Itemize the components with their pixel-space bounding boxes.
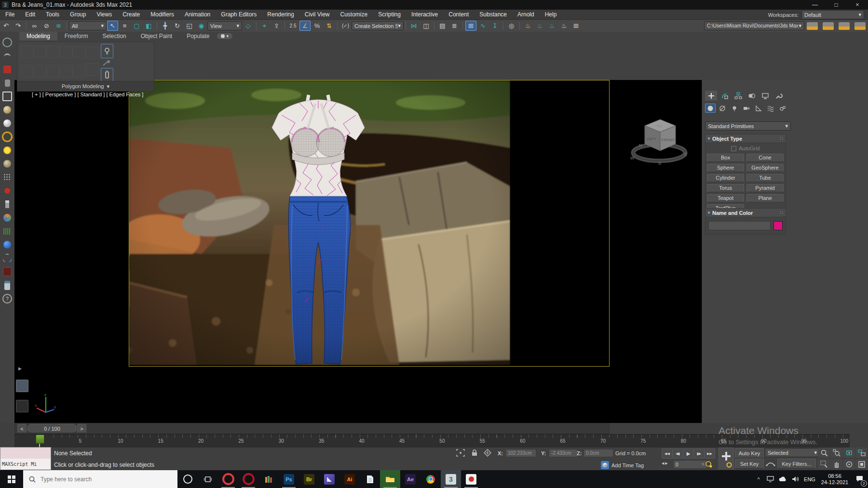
key-mode-toggle-icon[interactable]	[705, 461, 713, 470]
after-effects-icon[interactable]: Ae	[400, 470, 420, 488]
default-in-out-tangent-icon[interactable]	[766, 460, 775, 469]
track-bar-frame-thumb[interactable]	[36, 435, 44, 444]
color-dots-icon[interactable]	[2, 253, 13, 264]
red-material-icon[interactable]	[2, 64, 13, 75]
use-pivot-center-icon[interactable]: ◇	[243, 21, 254, 31]
multicolor-sphere-icon[interactable]	[2, 212, 13, 223]
task-view-button[interactable]	[198, 470, 218, 488]
keyboard-shortcut-override-icon[interactable]: ⇧	[271, 21, 282, 31]
pan-icon[interactable]	[830, 459, 842, 469]
go-to-start-button[interactable]: ◀◀	[662, 448, 673, 459]
menu-scripting[interactable]: Scripting	[373, 10, 406, 19]
blue-sphere-icon[interactable]	[2, 239, 13, 250]
tab-modeling[interactable]: Modeling	[19, 32, 57, 40]
file-explorer-icon[interactable]	[380, 470, 400, 488]
x-coordinate-field[interactable]: 102.233cm	[505, 449, 536, 457]
utilities-tab-icon[interactable]	[773, 91, 785, 101]
menu-help[interactable]: Help	[540, 10, 562, 19]
undo-icon[interactable]: ↶	[0, 21, 12, 31]
3ds-max-icon[interactable]: 3	[441, 470, 461, 488]
perspective-viewport[interactable]: [ + ] [ Perspective ] [ Standard ] [ Edg…	[14, 80, 702, 424]
edit-named-selection-sets-icon[interactable]: {✓}	[340, 21, 351, 31]
orbit-icon[interactable]	[843, 459, 855, 469]
border-mode-button[interactable]	[46, 46, 59, 58]
screen-recorder-icon[interactable]	[461, 470, 481, 488]
clipboard-icon[interactable]	[2, 280, 13, 290]
select-and-manipulate-icon[interactable]: ⌖	[259, 21, 270, 31]
set-key-button[interactable]: Set Key	[735, 459, 764, 469]
curve-editor-icon[interactable]: ∿	[477, 21, 488, 31]
lights-subtab-icon[interactable]	[729, 104, 740, 113]
y-coordinate-field[interactable]: -2.433cm	[549, 449, 578, 457]
select-and-rotate-icon[interactable]: ↻	[172, 21, 183, 31]
selection-filter-dropdown[interactable]: All ▾	[69, 21, 107, 30]
menu-substance[interactable]: Substance	[474, 10, 512, 19]
menu-interactive[interactable]: Interactive	[406, 10, 443, 19]
z-coordinate-field[interactable]: 0.0cm	[583, 449, 613, 457]
menu-views[interactable]: Views	[91, 10, 117, 19]
viewcube[interactable]: N E S W LEFT FRONT TOP	[629, 111, 692, 167]
reference-coordinate-dropdown[interactable]: View ▾	[207, 21, 242, 30]
display-tab-icon[interactable]	[759, 91, 771, 101]
edge-mode-button[interactable]	[33, 46, 46, 58]
viewport-layout-tab-1[interactable]	[16, 380, 28, 392]
key-mode-dropdown[interactable]: Selected ▾	[765, 448, 820, 457]
tab-object-paint[interactable]: Object Paint	[134, 32, 179, 40]
menu-tools[interactable]: Tools	[41, 10, 65, 19]
gold-ring-icon[interactable]	[2, 132, 13, 142]
hierarchy-tab-icon[interactable]	[732, 91, 744, 101]
polygon-modeling-footer[interactable]: Polygon Modeling ▾	[17, 81, 154, 92]
menu-graph-editors[interactable]: Graph Editors	[216, 10, 262, 19]
macro-recorder-field[interactable]	[0, 448, 51, 459]
viewcube-top-face[interactable]: TOP	[656, 125, 662, 128]
polygon-mode-button[interactable]	[59, 46, 72, 58]
object-type-rollout-header[interactable]: ▾ Object Type ∷	[705, 134, 786, 143]
dot-grid-icon[interactable]	[2, 172, 13, 183]
opera-gx-icon[interactable]	[238, 470, 258, 488]
figure-icon[interactable]	[2, 199, 13, 210]
ribbon-media-icon[interactable]: ▾	[217, 33, 233, 39]
add-time-tag-label[interactable]: Add Time Tag	[611, 462, 644, 468]
maximize-button[interactable]: □	[826, 0, 847, 10]
select-by-name-icon[interactable]: ≡	[119, 21, 130, 31]
spinner-snap-icon[interactable]: ⇅	[324, 21, 335, 31]
systems-subtab-icon[interactable]	[777, 104, 788, 113]
select-and-link-icon[interactable]: ∞	[29, 21, 40, 31]
space-warps-subtab-icon[interactable]	[765, 104, 776, 113]
cylinder-button[interactable]: Cylinder	[707, 174, 744, 182]
auto-key-button[interactable]: Auto Key	[735, 448, 764, 458]
box-button[interactable]: Box	[707, 154, 744, 162]
select-and-place-icon[interactable]: ◉	[196, 21, 207, 31]
winrar-icon[interactable]	[258, 470, 279, 488]
select-and-scale-icon[interactable]: ◱	[184, 21, 195, 31]
vertex-mode-button[interactable]	[20, 46, 33, 58]
render-setup-icon[interactable]: ♨	[522, 21, 533, 31]
zoom-region-icon[interactable]	[818, 459, 830, 469]
workspace-preset-icon-b[interactable]	[823, 22, 834, 30]
unlink-selection-icon[interactable]: ⊘	[41, 21, 52, 31]
taskbar-search[interactable]	[23, 470, 177, 488]
redo-icon[interactable]: ↷	[13, 21, 24, 31]
named-selection-set-dropdown[interactable]: Create Selection Se ▾	[352, 21, 404, 30]
project-folder-dropdown[interactable]: C:\Users\Misam Rizvi\Documents\3ds Max 2…	[704, 21, 804, 30]
snaps-toggle-icon[interactable]: 2.5	[287, 21, 298, 31]
isolate-stack-button[interactable]	[101, 68, 113, 81]
viewport-layout-tab-2[interactable]	[16, 400, 28, 412]
scene-explorer-icon[interactable]: ▤	[437, 21, 448, 31]
shaded-toggle-button[interactable]	[101, 44, 113, 58]
tab-populate[interactable]: Populate	[179, 32, 217, 40]
menu-file[interactable]: File	[0, 10, 20, 19]
geometry-subtab-icon[interactable]	[705, 104, 716, 113]
compass-n[interactable]: N	[639, 143, 642, 148]
preview-vertex-button[interactable]	[20, 65, 33, 78]
chrome-icon[interactable]	[420, 470, 441, 488]
layer-explorer-icon[interactable]: ≣	[449, 21, 460, 31]
cylinder-tool-icon[interactable]	[2, 78, 13, 88]
help-icon[interactable]: ?	[2, 293, 13, 304]
dark-red-box-icon[interactable]	[2, 266, 13, 277]
teapot-button[interactable]: Teapot	[707, 194, 744, 202]
workspace-preset-icon-a[interactable]	[807, 22, 818, 30]
time-slider-track[interactable]	[14, 423, 610, 434]
arc-tool-icon[interactable]	[2, 51, 13, 61]
menu-content[interactable]: Content	[443, 10, 474, 19]
